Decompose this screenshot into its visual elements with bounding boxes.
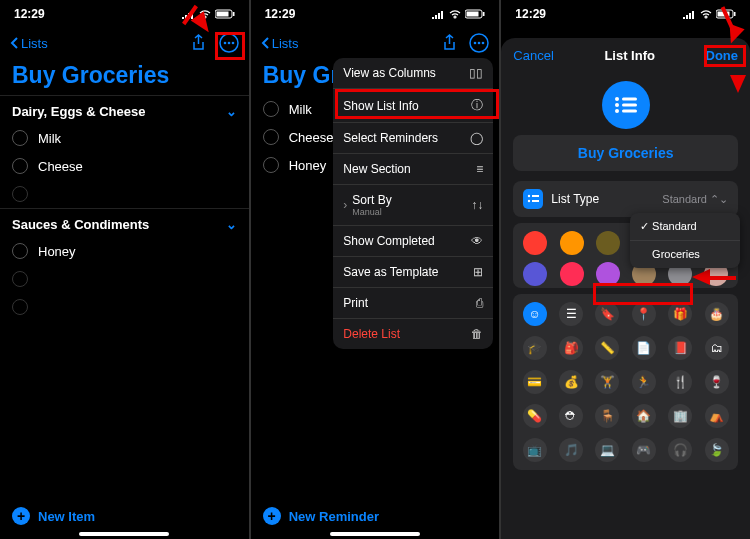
- icon-option-headphones[interactable]: 🎧: [668, 438, 692, 462]
- add-label[interactable]: New Reminder: [289, 509, 379, 524]
- add-button[interactable]: +: [12, 507, 30, 525]
- svg-point-21: [615, 109, 619, 113]
- icon-option-wine[interactable]: 🍷: [705, 370, 729, 394]
- list-bullet-icon: [613, 95, 639, 115]
- menu-new-section[interactable]: New Section≡: [333, 154, 493, 185]
- menu-print[interactable]: Print⎙: [333, 288, 493, 319]
- icon-option-cake[interactable]: 🎂: [705, 302, 729, 326]
- checkbox[interactable]: [12, 271, 28, 287]
- dropdown-option-standard[interactable]: ✓ Standard: [630, 213, 740, 241]
- icon-option-leaf[interactable]: 🍃: [705, 438, 729, 462]
- more-button[interactable]: [469, 33, 489, 53]
- option-label: Groceries: [652, 248, 700, 260]
- icon-option-run[interactable]: 🏃: [632, 370, 656, 394]
- icon-option-book[interactable]: 📕: [668, 336, 692, 360]
- home-indicator: [330, 532, 420, 536]
- menu-label: Delete List: [343, 327, 400, 341]
- icon-option-backpack[interactable]: 🎒: [559, 336, 583, 360]
- reminder-item[interactable]: Honey: [0, 237, 249, 265]
- status-time: 12:29: [265, 7, 296, 21]
- menu-view-columns[interactable]: View as Columns▯▯: [333, 58, 493, 89]
- menu-select-reminders[interactable]: Select Reminders◯: [333, 123, 493, 154]
- icon-option-bookmark[interactable]: 🔖: [595, 302, 619, 326]
- icon-option-doc[interactable]: 📄: [632, 336, 656, 360]
- list-type-row[interactable]: List Type Standard ⌃⌄ ✓ Standard ✓ Groce…: [513, 181, 738, 217]
- icon-option-gift[interactable]: 🎁: [668, 302, 692, 326]
- checkbox[interactable]: [12, 130, 28, 146]
- icon-option-money[interactable]: 💰: [559, 370, 583, 394]
- empty-item[interactable]: [0, 293, 249, 321]
- list-type-value: Standard ⌃⌄: [662, 193, 728, 206]
- icon-option-ruler[interactable]: 📏: [595, 336, 619, 360]
- back-button[interactable]: Lists: [261, 36, 299, 51]
- reminder-item[interactable]: Milk: [0, 124, 249, 152]
- color-swatch-orange[interactable]: [560, 231, 584, 255]
- icon-option-smiley[interactable]: ☺: [523, 302, 547, 326]
- icon-option-medkit[interactable]: ⛑: [559, 404, 583, 428]
- icon-option-pill[interactable]: 💊: [523, 404, 547, 428]
- checkbox[interactable]: [263, 157, 279, 173]
- item-label: Milk: [289, 102, 312, 117]
- status-time: 12:29: [14, 7, 45, 21]
- icon-option-list[interactable]: ☰: [559, 302, 583, 326]
- section-header-sauces[interactable]: Sauces & Condiments ⌄: [0, 208, 249, 237]
- chevron-left-icon: [10, 37, 18, 49]
- screen-2: 12:29 Lists Buy Gro Milk Cheese Honey Vi…: [251, 0, 500, 539]
- icon-option-fork[interactable]: 🍴: [668, 370, 692, 394]
- color-swatch-purple[interactable]: [523, 262, 547, 286]
- color-swatch-pink[interactable]: [560, 262, 584, 286]
- item-label: Milk: [38, 131, 61, 146]
- icon-option-wallet[interactable]: 💳: [523, 370, 547, 394]
- icon-option-game[interactable]: 🎮: [632, 438, 656, 462]
- icon-option-graduation[interactable]: 🎓: [523, 336, 547, 360]
- menu-delete-list[interactable]: Delete List🗑: [333, 319, 493, 349]
- menu-save-template[interactable]: Save as Template⊞: [333, 257, 493, 288]
- icon-option-laptop[interactable]: 💻: [595, 438, 619, 462]
- battery-icon: [215, 9, 235, 19]
- add-button[interactable]: +: [263, 507, 281, 525]
- annotation-arrow-head: [692, 269, 710, 285]
- color-swatch-red[interactable]: [523, 231, 547, 255]
- cancel-button[interactable]: Cancel: [513, 48, 553, 63]
- menu-label: Show Completed: [343, 234, 434, 248]
- menu-sort-by[interactable]: ›Sort ByManual↑↓: [333, 185, 493, 226]
- icon-option-pin[interactable]: 📍: [632, 302, 656, 326]
- svg-point-13: [482, 42, 485, 45]
- svg-rect-9: [483, 12, 485, 16]
- share-icon: [191, 34, 206, 52]
- svg-point-23: [528, 195, 530, 197]
- icon-option-folder[interactable]: 🗂: [705, 336, 729, 360]
- section-header-dairy[interactable]: Dairy, Eggs & Cheese ⌄: [0, 95, 249, 124]
- menu-show-completed[interactable]: Show Completed👁: [333, 226, 493, 257]
- checkbox[interactable]: [263, 101, 279, 117]
- sheet-title: List Info: [604, 48, 655, 63]
- checkbox[interactable]: [12, 158, 28, 174]
- annotation-highlight-done: [704, 45, 746, 67]
- list-name-field[interactable]: Buy Groceries: [513, 135, 738, 171]
- icon-option-house[interactable]: 🏠: [632, 404, 656, 428]
- checkbox[interactable]: [263, 129, 279, 145]
- icon-option-dumbbell[interactable]: 🏋: [595, 370, 619, 394]
- reminder-item[interactable]: Cheese: [0, 152, 249, 180]
- dropdown-option-groceries[interactable]: ✓ Groceries: [630, 241, 740, 268]
- menu-label: New Section: [343, 162, 410, 176]
- icon-option-music[interactable]: 🎵: [559, 438, 583, 462]
- icon-option-building[interactable]: 🏢: [668, 404, 692, 428]
- empty-item[interactable]: [0, 180, 249, 208]
- back-button[interactable]: Lists: [10, 36, 48, 51]
- section-label: Sauces & Condiments: [12, 217, 149, 232]
- empty-item[interactable]: [0, 265, 249, 293]
- menu-label: Save as Template: [343, 265, 438, 279]
- item-label: Cheese: [38, 159, 83, 174]
- checkbox[interactable]: [12, 243, 28, 259]
- icon-option-chair[interactable]: 🪑: [595, 404, 619, 428]
- checkbox[interactable]: [12, 186, 28, 202]
- checkbox[interactable]: [12, 299, 28, 315]
- add-label[interactable]: New Item: [38, 509, 95, 524]
- check-circle-icon: ◯: [470, 131, 483, 145]
- icon-option-tv[interactable]: 📺: [523, 438, 547, 462]
- color-swatch-yellow[interactable]: [596, 231, 620, 255]
- icon-option-tent[interactable]: ⛺: [705, 404, 729, 428]
- share-button[interactable]: [189, 33, 209, 53]
- share-button[interactable]: [439, 33, 459, 53]
